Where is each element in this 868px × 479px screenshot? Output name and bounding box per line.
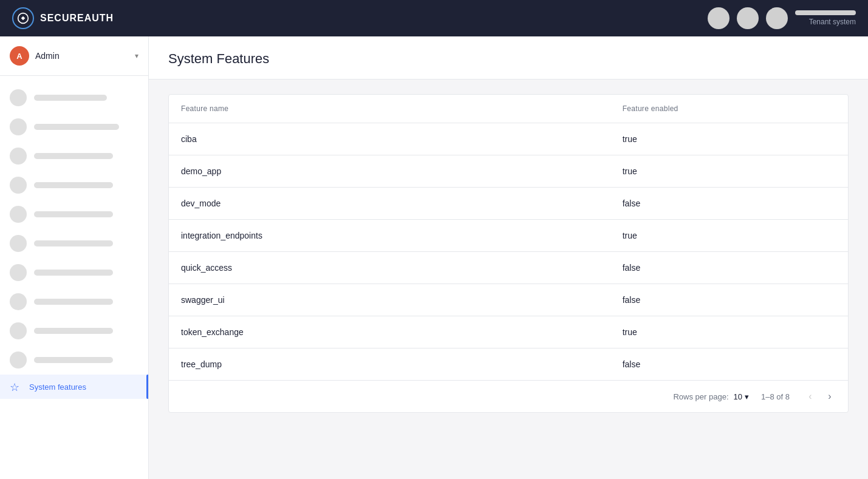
feature-name-cell: ciba (169, 123, 610, 155)
table-body: ciba true demo_app true dev_mode false i… (169, 123, 848, 381)
feature-enabled-cell: false (610, 284, 848, 316)
sidebar-circle-1 (10, 89, 27, 106)
user-name: Admin (35, 51, 129, 61)
sidebar-item-5[interactable] (0, 200, 148, 229)
tenant-bar (795, 10, 856, 15)
sidebar-circle-7 (10, 264, 27, 281)
pagination-nav: ‹ › (802, 388, 838, 405)
tenant-label: Tenant system (809, 18, 856, 26)
chevron-down-icon: ▾ (135, 52, 138, 60)
sidebar-circle-5 (10, 206, 27, 223)
feature-name-cell: swagger_ui (169, 284, 610, 316)
feature-name-cell: dev_mode (169, 188, 610, 220)
table-footer: Rows per page: 10 ▾ 1–8 of 8 ‹ › (169, 380, 848, 412)
table-row: token_exchange true (169, 316, 848, 348)
table-head: Feature name Feature enabled (169, 95, 848, 123)
rows-per-page-value: 10 (734, 392, 742, 401)
sidebar-circle-6 (10, 235, 27, 252)
content: System Features Feature name Feature ena… (149, 36, 868, 479)
rows-per-page-select[interactable]: 10 ▾ (734, 392, 749, 401)
feature-name-cell: demo_app (169, 155, 610, 188)
feature-enabled-cell: true (610, 123, 848, 155)
feature-name-cell: quick_access (169, 252, 610, 284)
rows-per-page-label: Rows per page: (673, 392, 728, 401)
sidebar-label-10 (34, 357, 113, 363)
table-row: demo_app true (169, 155, 848, 188)
sidebar-item-9[interactable] (0, 316, 148, 345)
sidebar-item-6[interactable] (0, 229, 148, 258)
feature-name-cell: tree_dump (169, 348, 610, 381)
logo-icon (12, 7, 34, 29)
table-row: ciba true (169, 123, 848, 155)
chevron-down-icon: ▾ (745, 392, 749, 401)
sidebar-label-4 (34, 182, 113, 188)
table-header-row: Feature name Feature enabled (169, 95, 848, 123)
sidebar-label-3 (34, 153, 113, 159)
sidebar-user[interactable]: A Admin ▾ (0, 36, 148, 76)
header-avatar-1[interactable] (708, 7, 730, 29)
header-right: Tenant system (708, 7, 856, 29)
feature-enabled-cell: false (610, 252, 848, 284)
table-row: tree_dump false (169, 348, 848, 381)
table-row: swagger_ui false (169, 284, 848, 316)
sidebar-item-10[interactable] (0, 345, 148, 375)
star-icon: ☆ (10, 381, 22, 393)
avatar: A (10, 46, 29, 66)
header-avatar-3[interactable] (766, 7, 788, 29)
col-feature-enabled-header: Feature enabled (610, 95, 848, 123)
sidebar-label-7 (34, 270, 113, 276)
sidebar-label-8 (34, 299, 113, 305)
table-row: quick_access false (169, 252, 848, 284)
table-row: dev_mode false (169, 188, 848, 220)
sidebar-item-label-system-features: System features (29, 382, 86, 392)
features-table: Feature name Feature enabled ciba true d… (169, 95, 848, 380)
table-row: integration_endpoints true (169, 220, 848, 252)
logo-text: SECUREAUTH (40, 13, 114, 24)
sidebar-circle-4 (10, 177, 27, 194)
main-layout: A Admin ▾ (0, 36, 868, 479)
feature-name-cell: token_exchange (169, 316, 610, 348)
sidebar-label-6 (34, 240, 113, 246)
sidebar-label-9 (34, 328, 113, 334)
sidebar-item-3[interactable] (0, 141, 148, 171)
pagination-range: 1–8 of 8 (761, 392, 790, 401)
header-tenant: Tenant system (795, 10, 856, 26)
sidebar-label-2 (34, 124, 119, 130)
pagination-next-button[interactable]: › (821, 388, 838, 405)
feature-name-cell: integration_endpoints (169, 220, 610, 252)
sidebar-item-1[interactable] (0, 83, 148, 112)
content-body: Feature name Feature enabled ciba true d… (149, 80, 868, 479)
page-title: System Features (168, 51, 849, 67)
feature-enabled-cell: false (610, 348, 848, 381)
sidebar-circle-8 (10, 293, 27, 310)
feature-enabled-cell: true (610, 316, 848, 348)
sidebar-item-system-features[interactable]: ☆ System features (0, 375, 148, 399)
sidebar-circle-3 (10, 148, 27, 165)
sidebar-circle-2 (10, 118, 27, 135)
feature-enabled-cell: true (610, 155, 848, 188)
header-avatar-2[interactable] (737, 7, 759, 29)
sidebar-item-8[interactable] (0, 287, 148, 316)
sidebar-circle-10 (10, 352, 27, 369)
content-header: System Features (149, 36, 868, 80)
sidebar-circle-9 (10, 322, 27, 339)
sidebar-nav: ☆ System features (0, 76, 148, 479)
header: SECUREAUTH Tenant system (0, 0, 868, 36)
sidebar-item-7[interactable] (0, 258, 148, 287)
sidebar-label-5 (34, 211, 113, 217)
sidebar: A Admin ▾ (0, 36, 149, 479)
sidebar-item-4[interactable] (0, 171, 148, 200)
pagination-prev-button[interactable]: ‹ (802, 388, 819, 405)
sidebar-label-1 (34, 95, 107, 101)
feature-enabled-cell: true (610, 220, 848, 252)
logo: SECUREAUTH (12, 7, 114, 29)
rows-per-page: Rows per page: 10 ▾ (673, 392, 749, 401)
col-feature-name-header: Feature name (169, 95, 610, 123)
features-table-container: Feature name Feature enabled ciba true d… (168, 94, 849, 413)
sidebar-item-2[interactable] (0, 112, 148, 141)
feature-enabled-cell: false (610, 188, 848, 220)
